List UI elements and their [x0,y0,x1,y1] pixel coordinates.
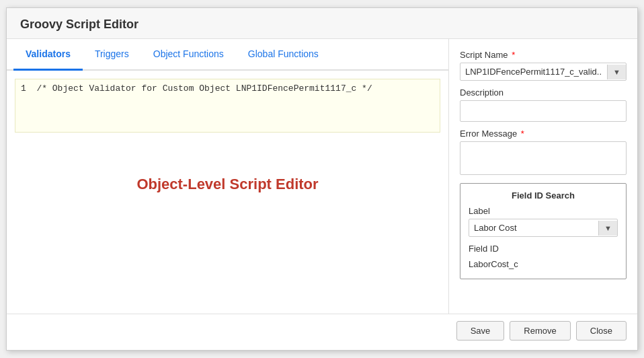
description-label: Description [460,87,627,98]
tab-triggers[interactable]: Triggers [83,39,141,71]
field-id-search-box: Field ID Search Label ▼ Field ID LaborCo… [460,183,627,279]
tab-validators[interactable]: Validators [13,39,83,71]
field-id-label: Field ID [469,244,618,254]
code-editor[interactable] [15,79,440,133]
watermark-text: Object-Level Script Editor [15,176,440,193]
close-button[interactable]: Close [576,321,627,341]
right-panel: Script Name * ▼ Description Error Messag… [449,39,637,314]
script-name-label: Script Name * [460,50,627,60]
tab-object-functions[interactable]: Object Functions [141,39,236,71]
label-dropdown-arrow[interactable]: ▼ [598,221,617,236]
remove-button[interactable]: Remove [510,321,570,341]
description-input[interactable] [460,100,627,122]
error-message-input[interactable] [460,141,627,175]
groovy-script-editor-dialog: Groovy Script Editor Validators Triggers… [6,7,638,351]
save-button[interactable]: Save [456,321,505,341]
error-message-group: Error Message * [460,129,627,175]
label-input-row: ▼ [469,219,618,237]
dialog-body: Validators Triggers Object Functions Glo… [7,39,637,314]
field-id-search-title: Field ID Search [469,190,618,201]
error-required-asterisk: * [518,129,524,139]
left-panel: Validators Triggers Object Functions Glo… [7,39,449,314]
label-input[interactable] [469,219,598,236]
script-name-input[interactable] [460,63,607,80]
script-name-group: Script Name * ▼ [460,50,627,81]
script-name-dropdown-arrow[interactable]: ▼ [607,65,626,79]
description-group: Description [460,87,627,122]
error-message-label: Error Message * [460,129,627,139]
tab-global-functions[interactable]: Global Functions [236,39,331,71]
tab-bar: Validators Triggers Object Functions Glo… [7,39,448,71]
dialog-title: Groovy Script Editor [7,8,637,39]
button-row: Save Remove Close [7,314,637,350]
required-asterisk: * [510,50,516,60]
editor-area: Object-Level Script Editor [7,71,448,314]
script-name-input-row: ▼ [460,63,627,81]
field-id-value: LaborCost_c [469,256,618,272]
label-field-label: Label [469,206,618,216]
